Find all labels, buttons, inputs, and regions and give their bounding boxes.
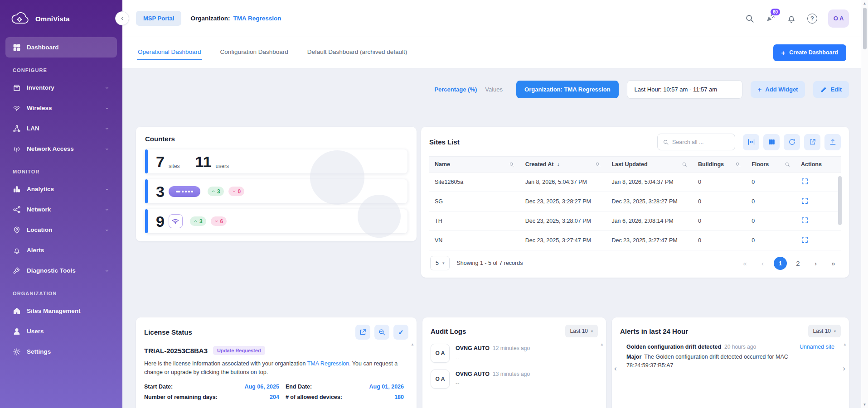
scrollbar-track[interactable] xyxy=(861,5,868,403)
time-range-selector[interactable]: Last Hour: 10:57 am - 11:57 am xyxy=(627,80,742,99)
prev-page-button[interactable]: ‹ xyxy=(756,257,769,270)
expand-site-icon[interactable] xyxy=(801,178,809,185)
column-search-icon[interactable] xyxy=(677,162,687,167)
alert-site-link[interactable]: Unnamed site xyxy=(794,344,834,350)
sidebar-item-wireless[interactable]: Wireless xyxy=(5,98,117,118)
first-page-button[interactable]: « xyxy=(738,257,752,270)
audit-entry: O A OVNG AUTO13 minutes ago -- xyxy=(431,370,598,389)
organization-filter-button[interactable]: Organization: TMA Regression xyxy=(516,81,618,98)
accent-bar xyxy=(145,209,148,233)
table-scrollbar[interactable] xyxy=(838,176,842,225)
expand-site-icon[interactable] xyxy=(801,197,809,205)
column-header-floors[interactable]: Floors xyxy=(746,157,795,173)
page-size-select[interactable]: 5 ▾ xyxy=(430,256,450,270)
sidebar-collapse-button[interactable] xyxy=(115,11,129,25)
column-search-icon[interactable] xyxy=(731,162,741,167)
site-row[interactable]: TH Dec 23, 2025, 3:28:07 PM Jan 6, 2026,… xyxy=(429,211,841,231)
expand-site-icon[interactable] xyxy=(801,216,809,224)
sidebar-item-analytics[interactable]: Analytics xyxy=(5,179,117,199)
page-1-button[interactable]: 1 xyxy=(774,257,787,270)
bell-icon[interactable] xyxy=(786,14,796,24)
scroll-down-arrow[interactable]: ▼ xyxy=(863,403,867,407)
page-scrollbar[interactable]: ▲ ▼ xyxy=(861,0,868,408)
site-name-cell: SG xyxy=(429,192,520,211)
audit-range-select[interactable]: Last 10 ▾ xyxy=(565,325,598,337)
sidebar-item-network[interactable]: Network xyxy=(5,199,117,220)
add-widget-button[interactable]: + Add Widget xyxy=(751,81,805,98)
site-name-cell: Site12605a xyxy=(429,173,520,192)
column-search-icon[interactable] xyxy=(591,162,601,167)
scroll-up-arrow[interactable]: ▲ xyxy=(411,343,414,346)
search-icon[interactable] xyxy=(745,14,755,24)
share-icon[interactable] xyxy=(355,325,370,340)
export-icon[interactable] xyxy=(804,134,820,150)
expand-site-icon[interactable] xyxy=(801,236,809,244)
values-toggle[interactable]: Values xyxy=(485,86,503,93)
column-search-icon[interactable] xyxy=(780,162,790,167)
wrench-icon xyxy=(13,267,21,275)
sidebar-section-organization: ORGANIZATION xyxy=(0,281,122,301)
sidebar-item-settings[interactable]: Settings xyxy=(5,341,117,362)
avatar: O A xyxy=(431,344,450,363)
site-updated-cell: Dec 23, 2025, 3:27:47 PM xyxy=(606,231,693,250)
scrollbar-thumb[interactable] xyxy=(863,8,867,49)
sidebar-item-network-access[interactable]: Network Access xyxy=(5,139,117,159)
site-updated-cell: Jan 8, 2026, 5:04:37 PM xyxy=(606,173,693,192)
help-icon[interactable]: ? xyxy=(807,14,817,24)
search-license-icon[interactable] xyxy=(374,325,389,340)
create-dashboard-button[interactable]: + Create Dashboard xyxy=(773,44,846,61)
carousel-left-icon[interactable]: ‹ xyxy=(614,365,617,372)
tma-regression-link[interactable]: TMA Regression. xyxy=(307,360,351,367)
sidebar-item-dashboard[interactable]: Dashboard xyxy=(5,37,117,58)
sidebar-item-label: Analytics xyxy=(27,186,54,192)
alerts-range-select[interactable]: Last 10 ▾ xyxy=(808,325,841,337)
edit-button[interactable]: Edit xyxy=(813,81,849,98)
tab-operational-dashboard[interactable]: Operational Dashboard xyxy=(137,45,202,60)
sidebar-item-diagnostic-tools[interactable]: Diagnostic Tools xyxy=(5,260,117,281)
sidebar-item-inventory[interactable]: Inventory xyxy=(5,77,117,98)
column-header-name[interactable]: Name xyxy=(429,157,520,173)
next-page-button[interactable]: › xyxy=(809,257,822,270)
columns-icon[interactable] xyxy=(763,134,780,150)
fit-columns-icon[interactable] xyxy=(743,134,759,150)
user-icon xyxy=(13,327,21,336)
sidebar-item-location[interactable]: Location xyxy=(5,220,117,240)
table-header-row: Name Created At↓ Last Updated Buildings … xyxy=(429,157,841,173)
sidebar-item-users[interactable]: Users xyxy=(5,321,117,341)
page-2-button[interactable]: 2 xyxy=(791,257,805,270)
upload-icon[interactable] xyxy=(824,134,841,150)
tab-configuration-dashboard[interactable]: Configuration Dashboard xyxy=(219,45,289,60)
building-icon xyxy=(13,307,21,315)
chevron-down-icon xyxy=(232,189,236,193)
scroll-up-arrow[interactable]: ▲ xyxy=(843,343,847,346)
refresh-icon[interactable] xyxy=(784,134,800,150)
column-header-created-at[interactable]: Created At↓ xyxy=(520,157,606,173)
organization-link[interactable]: TMA Regression xyxy=(233,15,281,22)
sidebar-item-alerts[interactable]: Alerts xyxy=(5,240,117,260)
records-summary: Showing 1 - 5 of 7 records xyxy=(456,260,523,266)
main-area: MSP Portal Organization: TMA Regression … xyxy=(122,0,861,408)
percentage-toggle[interactable]: Percentage (%) xyxy=(434,86,477,93)
sidebar-item-lan[interactable]: LAN xyxy=(5,118,117,139)
site-row[interactable]: Site12605a Jan 8, 2026, 5:04:37 PM Jan 8… xyxy=(429,173,841,192)
approve-icon[interactable]: ✓ xyxy=(393,325,408,340)
audit-time: 12 minutes ago xyxy=(493,345,530,351)
site-row[interactable]: SG Dec 23, 2025, 3:28:27 PM Dec 23, 2025… xyxy=(429,192,841,211)
scroll-up-arrow[interactable]: ▲ xyxy=(863,1,867,5)
scroll-up-arrow[interactable]: ▲ xyxy=(600,343,604,346)
license-id-row: TRIAL-20253C8BA3 Update Requested xyxy=(144,346,408,355)
sites-search-input[interactable] xyxy=(672,139,730,145)
user-avatar[interactable]: O A xyxy=(828,10,849,28)
sidebar-item-sites-management[interactable]: Sites Management xyxy=(5,301,117,321)
sort-desc-icon[interactable]: ↓ xyxy=(557,161,560,168)
column-header-last-updated[interactable]: Last Updated xyxy=(606,157,693,173)
tab-default-dashboard[interactable]: Default Dashboard (archived default) xyxy=(306,45,408,60)
column-search-icon[interactable] xyxy=(504,162,514,167)
carousel-right-icon[interactable]: › xyxy=(843,365,845,372)
column-header-buildings[interactable]: Buildings xyxy=(693,157,746,173)
counters-title: Counters xyxy=(145,135,407,143)
license-details: Start Date: Aug 06, 2025 End Date: Aug 0… xyxy=(144,384,408,400)
last-page-button[interactable]: » xyxy=(827,257,840,270)
site-row[interactable]: VN Dec 23, 2025, 3:27:47 PM Dec 23, 2025… xyxy=(429,231,841,250)
msp-portal-badge[interactable]: MSP Portal xyxy=(136,11,181,26)
